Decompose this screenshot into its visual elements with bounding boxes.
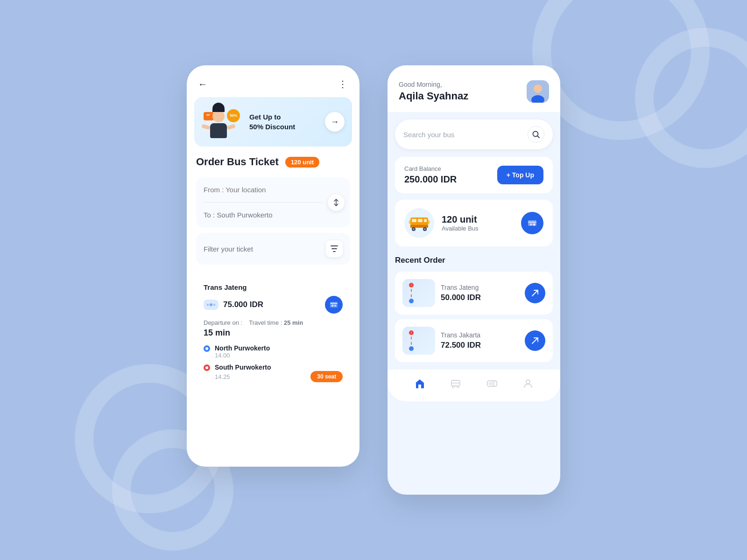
svg-rect-1: [206, 114, 210, 115]
svg-rect-23: [409, 220, 411, 224]
svg-rect-15: [412, 219, 416, 222]
arrow-right-icon: →: [331, 117, 339, 127]
bus-nav-icon: [449, 377, 462, 390]
stop-to-info: South Purwokerto 14.25 30 seat: [215, 364, 343, 382]
stop-from-name: North Purwokerto: [215, 344, 270, 352]
stop-from-info: North Purwokerto 14.00: [215, 344, 270, 359]
svg-point-33: [526, 380, 530, 384]
ticket-price-info: 75.000 IDR: [204, 300, 263, 310]
right-phone-header: Good Morning, Aqila Syahnaz: [388, 65, 560, 112]
bottom-nav: [388, 370, 560, 401]
depart-time: 15 min: [204, 328, 343, 338]
nav-ticket[interactable]: [486, 377, 499, 390]
filter-group[interactable]: Filter your ticket: [196, 233, 350, 265]
bus-text-info: 120 unit Available Bus: [442, 214, 479, 232]
svg-point-12: [535, 85, 541, 92]
discount-badge: 50%: [227, 109, 240, 122]
order-section: Order Bus Ticket 120 unit Filter your ti…: [187, 156, 359, 397]
bus-info: 120 unit Available Bus: [404, 208, 479, 238]
banner-title: Get Up to 50% Discount: [249, 112, 319, 132]
order-title: Order Bus Ticket: [196, 156, 279, 168]
from-input[interactable]: [204, 177, 322, 203]
nav-profile[interactable]: [521, 377, 535, 390]
order-nav-button-1[interactable]: [525, 283, 545, 303]
svg-point-30: [457, 386, 459, 388]
map-dot-bottom-2: [409, 346, 414, 351]
order-nav-button-2[interactable]: [525, 330, 545, 351]
back-button[interactable]: ←: [198, 79, 207, 90]
buy-ticket-button[interactable]: [325, 296, 343, 314]
svg-rect-24: [428, 220, 430, 224]
balance-card: Card Balance 250.000 IDR + Top Up: [395, 157, 553, 193]
travel-time: 25 min: [284, 319, 303, 326]
svg-rect-5: [207, 304, 209, 306]
filter-label: Filter your ticket: [204, 245, 253, 253]
bus-icon-wrapper: [404, 208, 434, 238]
greeting-name: Aqila Syahnaz: [399, 90, 468, 102]
svg-point-32: [489, 383, 491, 385]
svg-rect-17: [424, 219, 427, 222]
avatar-image: [527, 80, 549, 103]
banner-text: Get Up to 50% Discount: [249, 112, 319, 132]
map-dot-bottom-1: [409, 299, 414, 303]
filter-icon-button[interactable]: [326, 240, 343, 257]
swap-button[interactable]: [328, 194, 345, 211]
avatar: [527, 80, 549, 103]
bus-card: 120 unit Available Bus: [395, 200, 553, 246]
search-button[interactable]: [528, 126, 544, 143]
bus-available: Available Bus: [442, 225, 479, 232]
balance-info: Card Balance 250.000 IDR: [404, 165, 457, 185]
person-illustration: [210, 110, 227, 138]
ticket-card: Trans Jateng 75.000 IDR: [196, 276, 350, 397]
right-phone: Good Morning, Aqila Syahnaz Sea: [388, 65, 560, 495]
ticket-price-text: 75.000 IDR: [223, 300, 263, 309]
svg-rect-18: [410, 225, 428, 228]
departure-label: Departure on :: [204, 319, 242, 326]
stop-to-time: 14.25: [215, 373, 230, 380]
bus-icon: [409, 215, 430, 231]
order-title-row: Order Bus Ticket 120 unit: [196, 156, 350, 168]
promo-banner: 50% Get Up to 50% Discount: [194, 97, 352, 147]
svg-point-4: [210, 303, 212, 306]
search-container: Search your bus: [388, 112, 560, 157]
nav-home[interactable]: [413, 377, 426, 390]
svg-point-26: [533, 224, 536, 226]
ticket-company: Trans Jateng: [204, 283, 343, 291]
order-info-1: Trans Jateng 50.000 IDR: [441, 284, 525, 302]
topup-button[interactable]: + Top Up: [497, 166, 543, 184]
left-phone: ← ⋮ 50%: [187, 65, 359, 467]
more-button[interactable]: ⋮: [338, 78, 348, 90]
order-card-2: Trans Jakarta 72.500 IDR: [395, 319, 553, 362]
order-price-2: 72.500 IDR: [441, 341, 525, 350]
recent-orders-title: Recent Order: [395, 256, 553, 265]
svg-rect-25: [528, 220, 536, 226]
search-placeholder: Search your bus: [403, 131, 528, 139]
unit-badge: 120 unit: [285, 157, 319, 168]
svg-point-8: [334, 305, 336, 307]
phones-container: ← ⋮ 50%: [187, 65, 560, 495]
to-input[interactable]: [204, 203, 322, 227]
seat-badge: 30 seat: [310, 371, 343, 382]
order-company-2: Trans Jakarta: [441, 331, 525, 339]
nav-bus[interactable]: [449, 377, 462, 390]
svg-rect-6: [213, 304, 215, 306]
svg-point-13: [533, 132, 538, 137]
banner-arrow-button[interactable]: →: [325, 112, 345, 132]
order-map-thumb-1: [402, 279, 435, 307]
recent-orders-section: Recent Order Trans Jateng 50.000 IDR: [388, 256, 560, 362]
ticket-price-row: 75.000 IDR: [204, 296, 343, 314]
search-bar[interactable]: Search your bus: [395, 119, 553, 149]
order-map-thumb-2: [402, 327, 435, 355]
left-phone-header: ← ⋮: [187, 65, 359, 97]
bus-ticket-button[interactable]: [521, 212, 543, 234]
svg-rect-7: [330, 302, 338, 308]
home-icon: [413, 377, 426, 390]
greeting-block: Good Morning, Aqila Syahnaz: [399, 81, 468, 102]
stop-dot-to: [204, 364, 210, 371]
svg-rect-2: [206, 115, 209, 116]
ticket-price-icon: [204, 300, 218, 310]
order-card-1: Trans Jateng 50.000 IDR: [395, 272, 553, 315]
svg-rect-16: [418, 219, 423, 222]
travel-label: Travel time :: [249, 319, 282, 326]
bus-unit: 120 unit: [442, 214, 479, 225]
